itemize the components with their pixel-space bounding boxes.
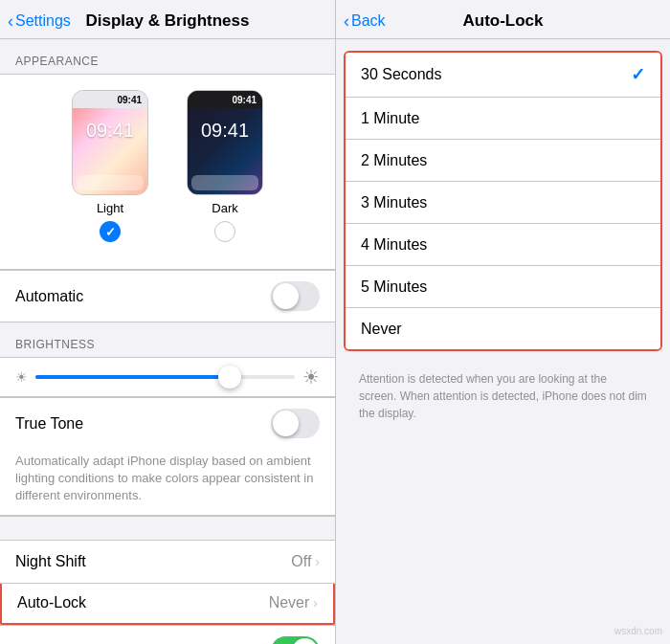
right-nav-title: Auto-Lock (462, 11, 543, 31)
brightness-row: ☀ ☀ (15, 366, 320, 389)
true-tone-row: True Tone (0, 398, 335, 449)
raise-to-wake-toggle[interactable] (271, 636, 320, 644)
brightness-slider[interactable] (35, 375, 295, 379)
dark-wallpaper: 09:41 (188, 108, 262, 194)
toggle-thumb (273, 283, 299, 309)
night-shift-chevron-icon: › (315, 554, 320, 569)
true-tone-label: True Tone (15, 415, 83, 433)
night-shift-group: Night Shift Off › Auto-Lock Never › Rais… (0, 540, 335, 644)
dark-phone-screen: 09:41 09:41 (188, 91, 262, 194)
auto-lock-value: Never › (269, 594, 318, 611)
back-label: Settings (15, 12, 71, 30)
raise-to-wake-thumb (292, 638, 318, 644)
appearance-row: 09:41 09:41 Light ✓ (15, 90, 320, 242)
auto-lock-value-text: Never (269, 594, 310, 611)
brightness-section-label: BRIGHTNESS (0, 322, 335, 357)
attention-note: Attention is detected when you are looki… (344, 363, 662, 430)
settings-back-button[interactable]: ‹ Settings (8, 11, 71, 32)
autolock-check-0: ✓ (631, 64, 645, 85)
autolock-item-1[interactable]: 1 Minute (346, 97, 660, 139)
light-status-bar: 09:41 (73, 91, 147, 108)
automatic-row: Automatic (0, 271, 335, 322)
dark-phone-dock (191, 175, 258, 190)
autolock-item-4[interactable]: 4 Minutes (346, 223, 660, 265)
raise-to-wake-row: Raise to Wake (0, 625, 335, 644)
dark-theme-check[interactable] (214, 221, 235, 242)
true-tone-toggle[interactable] (271, 409, 320, 438)
light-theme-preview: 09:41 09:41 (72, 90, 148, 195)
appearance-section-label: APPEARANCE (0, 39, 335, 74)
right-nav-header: ‹ Back Auto-Lock (336, 0, 670, 39)
auto-lock-list: 30 Seconds ✓ 1 Minute 2 Minutes 3 Minute… (344, 51, 662, 351)
true-tone-description: Automatically adapt iPhone display based… (0, 449, 335, 516)
slider-thumb[interactable] (218, 366, 241, 389)
true-tone-group: True Tone Automatically adapt iPhone dis… (0, 397, 335, 517)
dark-theme-preview: 09:41 09:41 (187, 90, 263, 195)
right-back-label: Back (351, 12, 386, 30)
autolock-item-0[interactable]: 30 Seconds ✓ (346, 53, 660, 97)
autolock-item-3[interactable]: 3 Minutes (346, 181, 660, 223)
right-panel: ‹ Back Auto-Lock 30 Seconds ✓ 1 Minute 2… (335, 0, 670, 644)
autolock-label-5: 5 Minutes (361, 278, 427, 296)
night-shift-value-text: Off (291, 553, 311, 570)
auto-lock-chevron-icon: › (313, 595, 318, 611)
dark-theme-option[interactable]: 09:41 09:41 Dark (187, 90, 263, 242)
autolock-item-5[interactable]: 5 Minutes (346, 265, 660, 307)
left-panel: ‹ Settings Display & Brightness APPEARAN… (0, 0, 335, 644)
dark-theme-label: Dark (212, 201, 237, 215)
sun-small-icon: ☀ (15, 369, 28, 385)
night-shift-row[interactable]: Night Shift Off › (0, 541, 335, 583)
autolock-item-2[interactable]: 2 Minutes (346, 139, 660, 181)
light-phone-screen: 09:41 09:41 (73, 91, 147, 194)
dark-wallpaper-time: 09:41 (201, 120, 249, 142)
autolock-label-6: Never (361, 321, 402, 338)
check-icon: ✓ (105, 225, 116, 239)
right-back-chevron-icon: ‹ (344, 11, 349, 32)
auto-lock-label: Auto-Lock (17, 594, 86, 611)
appearance-section: 09:41 09:41 Light ✓ (0, 74, 335, 270)
dark-phone-time: 09:41 (232, 95, 257, 105)
light-theme-option[interactable]: 09:41 09:41 Light ✓ (72, 90, 148, 242)
automatic-group: Automatic (0, 270, 335, 322)
autolock-item-6[interactable]: Never (346, 307, 660, 349)
light-wallpaper: 09:41 (73, 108, 147, 194)
left-nav-title: Display & Brightness (86, 11, 250, 31)
night-shift-label: Night Shift (15, 553, 86, 570)
autolock-label-3: 3 Minutes (361, 194, 427, 211)
autolock-label-0: 30 Seconds (361, 66, 442, 83)
autolock-label-1: 1 Minute (361, 110, 419, 127)
sun-large-icon: ☀ (302, 366, 320, 389)
automatic-label: Automatic (15, 288, 83, 305)
auto-lock-back-button[interactable]: ‹ Back (344, 11, 386, 32)
light-wallpaper-time: 09:41 (86, 120, 134, 142)
dark-status-bar: 09:41 (188, 91, 262, 108)
autolock-label-2: 2 Minutes (361, 152, 427, 169)
slider-fill (35, 375, 230, 379)
light-phone-time: 09:41 (117, 95, 142, 105)
light-theme-label: Light (97, 201, 123, 215)
autolock-label-4: 4 Minutes (361, 236, 427, 254)
left-nav-header: ‹ Settings Display & Brightness (0, 0, 335, 39)
true-tone-toggle-thumb (273, 411, 299, 436)
light-phone-dock (77, 175, 144, 190)
watermark: wsxdn.com (614, 626, 662, 636)
light-theme-check[interactable]: ✓ (100, 221, 121, 242)
auto-lock-row[interactable]: Auto-Lock Never › (0, 583, 335, 625)
automatic-toggle[interactable] (271, 281, 320, 311)
night-shift-value: Off › (291, 553, 320, 570)
back-chevron-icon: ‹ (8, 11, 13, 32)
brightness-section: ☀ ☀ (0, 357, 335, 397)
